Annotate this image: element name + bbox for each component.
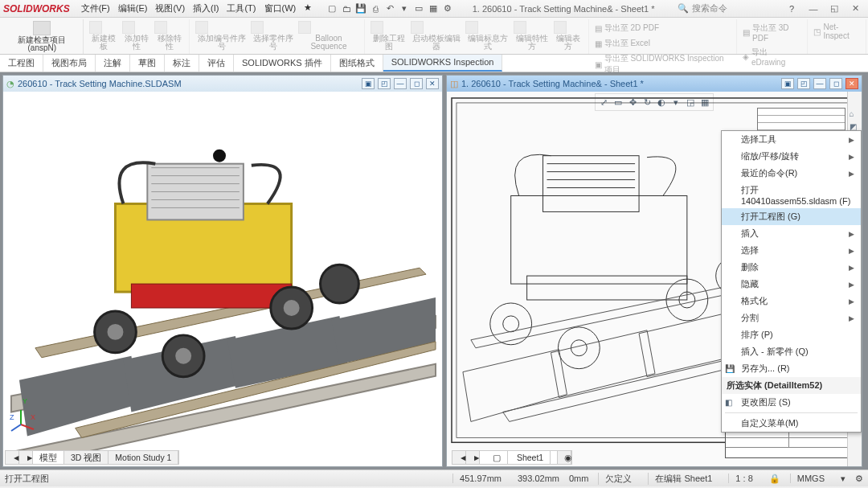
restore-button[interactable]: ◱ <box>825 2 844 15</box>
menu-tools[interactable]: 工具(T) <box>223 1 259 16</box>
tab-inspection[interactable]: SOLIDWORKS Inspection <box>383 55 503 72</box>
model-viewport[interactable]: Y X Z ◄ ► 模型 3D 视图 Motion Study 1 <box>3 92 442 466</box>
tab-prev-icon[interactable]: ◄ <box>6 451 19 464</box>
mdi-popout-icon[interactable]: ◰ <box>378 78 391 89</box>
tab-sketch[interactable]: 草图 <box>130 55 165 72</box>
add-nums-icon[interactable] <box>195 21 208 34</box>
ctx-zoom-pan[interactable]: 缩放/平移/旋转▶ <box>722 148 861 165</box>
tab-model[interactable]: 模型 <box>33 451 64 464</box>
ctx-save-as[interactable]: 💾另存为... (R) <box>722 360 861 377</box>
tab-markup[interactable]: 标注 <box>165 55 199 72</box>
mdi-title-model[interactable]: ◔ 260610 - Track Setting Machine.SLDASM … <box>3 76 442 92</box>
drawing-viewport[interactable]: ⤢ ▭ ✥ ↻ ◐ ▾ ◲ ▦ <box>447 92 862 466</box>
ctx-change-layer[interactable]: ◧更改图层 (S) <box>722 394 861 411</box>
export-excel[interactable]: ▦导出至 Excel <box>595 36 731 51</box>
qat-rebuild-icon[interactable]: ▦ <box>428 3 439 14</box>
ctx-format[interactable]: 格式化▶ <box>722 293 861 310</box>
status-dropdown-icon[interactable]: ▾ <box>841 474 845 484</box>
ctx-recent[interactable]: 最近的命令(R)▶ <box>722 165 861 182</box>
add-chars-icon[interactable] <box>122 21 135 34</box>
tab-addins[interactable]: SOLIDWORKS 插件 <box>234 55 331 72</box>
edit-table-icon[interactable] <box>554 21 567 34</box>
help-icon[interactable]: ? <box>786 3 797 14</box>
new-template-icon[interactable] <box>89 21 102 34</box>
qat-select-icon[interactable]: ▭ <box>413 3 424 14</box>
tab-3dview[interactable]: 3D 视图 <box>64 451 108 464</box>
mdi-close-button-r[interactable]: ✕ <box>845 78 858 89</box>
menu-insert[interactable]: 插入(I) <box>190 1 222 16</box>
new-template-label: 新建模板 <box>89 35 119 51</box>
tab-layout[interactable]: 视图布局 <box>43 55 96 72</box>
ctx-delete[interactable]: 删除▶ <box>722 259 861 276</box>
status-units[interactable]: MMGS <box>790 474 831 483</box>
close-button[interactable]: ✕ <box>845 2 865 15</box>
sheet-tab[interactable]: ▢ Sheet1 <box>480 451 558 464</box>
mdi-close-button[interactable]: ✕ <box>426 78 439 89</box>
qat-new-icon[interactable]: ▢ <box>326 3 338 14</box>
ctx-split[interactable]: 分割▶ <box>722 310 861 326</box>
taskpane-home-icon[interactable]: ⌂ <box>850 109 861 121</box>
ctx-open-drawing[interactable]: 打开工程图 (G) <box>722 208 861 225</box>
minimize-button[interactable]: — <box>804 2 823 15</box>
triad-y: Y <box>23 397 27 405</box>
chevron-right-icon: ▶ <box>849 170 854 178</box>
menu-view[interactable]: 视图(V) <box>152 1 188 16</box>
status-gear-icon[interactable]: ⚙ <box>855 474 863 484</box>
edit-char-icon[interactable] <box>514 21 526 34</box>
menu-star[interactable]: ★ <box>301 1 315 16</box>
tab-next-icon[interactable]: ► <box>19 451 33 464</box>
status-scale[interactable]: 1 : 8 <box>728 474 759 483</box>
qat-undo-icon[interactable]: ↶ <box>384 3 395 14</box>
launch-tpl-icon[interactable] <box>411 21 424 34</box>
export-3d[interactable]: ▤导出至 3D PDF <box>743 21 802 44</box>
inspect-proj-icon[interactable] <box>33 21 51 35</box>
ctx-open-file[interactable]: 打开 140410assem55.sldasm (F) <box>722 182 861 208</box>
remove-chars-icon[interactable] <box>154 21 167 34</box>
orientation-triad[interactable]: Y X Z <box>13 408 37 434</box>
mdi-max-button-r[interactable]: ◻ <box>829 78 842 89</box>
sheet-prev-icon[interactable]: ◄ <box>452 451 466 464</box>
remove-drawing-icon[interactable] <box>371 21 383 34</box>
add-sheet-icon[interactable]: ◉ <box>558 451 571 464</box>
command-search[interactable]: 🔍 搜索命令 <box>674 1 786 16</box>
sheet-next-icon[interactable]: ► <box>466 451 480 464</box>
svg-point-39 <box>503 316 519 332</box>
mdi-viewport-icon-r[interactable]: ▣ <box>781 78 794 89</box>
menu-edit[interactable]: 编辑(E) <box>115 1 151 16</box>
qat-save-icon[interactable]: 💾 <box>355 3 366 14</box>
mdi-max-button[interactable]: ◻ <box>410 78 423 89</box>
ctx-select[interactable]: 选择▶ <box>722 242 861 259</box>
mdi-title-drawing[interactable]: ◫ 1. 260610 - Track Setting Machine& - S… <box>447 76 862 92</box>
export-2d[interactable]: ▤导出至 2D PDF <box>595 21 731 35</box>
menu-file[interactable]: 文件(F) <box>78 1 113 16</box>
ctx-insert[interactable]: 插入▶ <box>722 225 861 242</box>
menu-bar: 文件(F) 编辑(E) 视图(V) 插入(I) 工具(T) 窗口(W) ★ <box>78 1 316 16</box>
balloon-seq-icon[interactable] <box>298 21 311 34</box>
mdi-popout-icon-r[interactable]: ◰ <box>797 78 810 89</box>
export-edraw[interactable]: ◈导出 eDrawing <box>743 45 802 68</box>
menu-window[interactable]: 窗口(W) <box>261 1 300 16</box>
ctx-hide[interactable]: 隐藏▶ <box>722 276 861 293</box>
edit-balloon-icon[interactable] <box>465 21 478 34</box>
tab-annotate[interactable]: 注解 <box>96 55 130 72</box>
tab-motion[interactable]: Motion Study 1 <box>108 451 178 464</box>
tab-sheetformat[interactable]: 图纸格式 <box>331 55 383 72</box>
status-lock-icon[interactable]: 🔒 <box>769 474 780 484</box>
ctx-insert-new[interactable]: 插入 - 新零件 (Q) <box>722 343 861 360</box>
qat-options-icon[interactable]: ⚙ <box>442 3 453 14</box>
mdi-min-button[interactable]: — <box>394 78 407 89</box>
qat-open-icon[interactable]: 🗀 <box>341 3 352 14</box>
netinspect[interactable]: ◳Net-Inspect <box>813 21 861 42</box>
ctx-customize[interactable]: 自定义菜单(M) <box>722 415 861 432</box>
qat-redo-icon[interactable]: ▾ <box>399 3 410 14</box>
ctx-select-tool[interactable]: 选择工具▶ <box>722 131 861 148</box>
export-excel-label: 导出至 Excel <box>604 38 650 49</box>
mdi-viewport-icon[interactable]: ▣ <box>362 78 375 89</box>
tab-evaluate[interactable]: 评估 <box>199 55 234 72</box>
ctx-sort[interactable]: 排序 (P) <box>722 326 861 343</box>
tab-drawing[interactable]: 工程图 <box>0 55 43 72</box>
qat-print-icon[interactable]: ⎙ <box>370 3 381 14</box>
inspect-proj-label: 新建检查项目(anspN) <box>6 36 78 52</box>
select-nums-icon[interactable] <box>251 21 264 34</box>
mdi-min-button-r[interactable]: — <box>813 78 826 89</box>
